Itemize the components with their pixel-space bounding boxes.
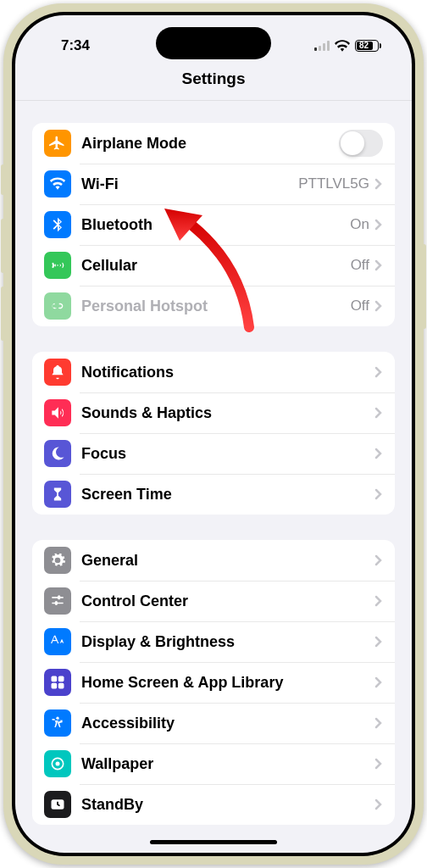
cellular-icon — [44, 252, 71, 279]
mute-switch[interactable] — [1, 164, 5, 195]
chevron-icon — [374, 219, 383, 231]
wallpaper-row[interactable]: Wallpaper — [32, 743, 395, 784]
status-time: 7:34 — [41, 37, 90, 54]
row-label: Wi-Fi — [81, 175, 298, 193]
row-label: Accessibility — [81, 715, 374, 732]
chevron-icon — [374, 554, 383, 566]
home-indicator[interactable] — [150, 840, 277, 844]
general-row[interactable]: General — [32, 540, 395, 581]
sounds-row[interactable]: Sounds & Haptics — [32, 392, 395, 433]
chevron-icon — [374, 259, 383, 271]
chevron-icon — [374, 178, 383, 190]
accessibility-row[interactable]: Accessibility — [32, 703, 395, 743]
standby-row[interactable]: StandBy — [32, 784, 395, 825]
svg-point-6 — [56, 762, 60, 766]
sliders-icon — [44, 587, 71, 615]
clock-icon — [44, 791, 71, 818]
row-label: Bluetooth — [81, 216, 350, 234]
battery-icon: 82 — [355, 40, 381, 52]
svg-rect-0 — [52, 676, 58, 682]
row-label: Cellular — [81, 257, 351, 275]
svg-rect-2 — [52, 683, 58, 689]
chevron-icon — [374, 717, 383, 729]
row-label: Airplane Mode — [81, 135, 339, 153]
display-row[interactable]: Display & Brightness — [32, 621, 395, 662]
page-title: Settings — [15, 64, 412, 101]
bell-icon — [44, 359, 71, 386]
chevron-icon — [374, 636, 383, 648]
cell-signal-icon — [314, 41, 330, 51]
row-value: On — [350, 216, 369, 233]
svg-point-4 — [56, 717, 58, 720]
moon-icon — [44, 440, 71, 467]
phone-frame: 7:34 82 Settings — [3, 3, 424, 865]
row-label: Sounds & Haptics — [81, 404, 374, 422]
row-label: Screen Time — [81, 486, 374, 504]
volume-down-button[interactable] — [1, 287, 5, 341]
chevron-icon — [374, 798, 383, 810]
airplane-icon — [44, 130, 71, 157]
screen: 7:34 82 Settings — [15, 15, 412, 853]
cellular-row[interactable]: Cellular Off — [32, 245, 395, 286]
text-size-icon — [44, 628, 71, 655]
airplane-mode-row[interactable]: Airplane Mode — [32, 123, 395, 164]
bluetooth-row[interactable]: Bluetooth On — [32, 204, 395, 245]
row-value: PTTLVL5G — [298, 175, 369, 192]
row-label: StandBy — [81, 796, 374, 814]
notifications-row[interactable]: Notifications — [32, 352, 395, 392]
row-label: Wallpaper — [81, 755, 374, 773]
wifi-icon — [335, 40, 350, 52]
home-screen-row[interactable]: Home Screen & App Library — [32, 662, 395, 703]
accessibility-icon — [44, 709, 71, 737]
power-button[interactable] — [422, 244, 426, 329]
wifi-icon — [44, 170, 71, 198]
svg-rect-1 — [58, 676, 64, 682]
focus-row[interactable]: Focus — [32, 433, 395, 474]
chevron-icon — [374, 448, 383, 459]
row-label: Home Screen & App Library — [81, 674, 374, 692]
personal-hotspot-row[interactable]: Personal Hotspot Off — [32, 286, 395, 326]
screentime-row[interactable]: Screen Time — [32, 474, 395, 515]
settings-content: Airplane Mode Wi-Fi PTTLVL5G — [15, 101, 412, 825]
dynamic-island — [156, 27, 271, 59]
chevron-icon — [374, 595, 383, 607]
hotspot-icon — [44, 292, 71, 320]
row-label: Notifications — [81, 364, 374, 381]
row-label: Display & Brightness — [81, 633, 374, 651]
gear-icon — [44, 547, 71, 574]
svg-rect-3 — [58, 683, 64, 689]
wifi-row[interactable]: Wi-Fi PTTLVL5G — [32, 164, 395, 204]
row-label: Personal Hotspot — [81, 298, 351, 315]
volume-up-button[interactable] — [1, 219, 5, 273]
wallpaper-icon — [44, 750, 71, 777]
chevron-icon — [374, 676, 383, 688]
chevron-icon — [374, 758, 383, 770]
chevron-icon — [374, 300, 383, 312]
row-value: Off — [351, 257, 369, 274]
notifications-section: Notifications Sounds & Haptics — [32, 352, 395, 515]
chevron-icon — [374, 488, 383, 500]
connectivity-section: Airplane Mode Wi-Fi PTTLVL5G — [32, 123, 395, 326]
control-center-row[interactable]: Control Center — [32, 581, 395, 621]
bluetooth-icon — [44, 211, 71, 238]
general-section: General Control Center D — [32, 540, 395, 825]
chevron-icon — [374, 366, 383, 378]
row-value: Off — [351, 298, 369, 314]
grid-icon — [44, 669, 71, 696]
speaker-icon — [44, 399, 71, 426]
airplane-toggle[interactable] — [339, 130, 383, 157]
hourglass-icon — [44, 481, 71, 508]
row-label: Control Center — [81, 593, 374, 610]
chevron-icon — [374, 407, 383, 419]
row-label: Focus — [81, 445, 374, 463]
phone-bezel: 7:34 82 Settings — [12, 12, 415, 856]
row-label: General — [81, 552, 374, 570]
